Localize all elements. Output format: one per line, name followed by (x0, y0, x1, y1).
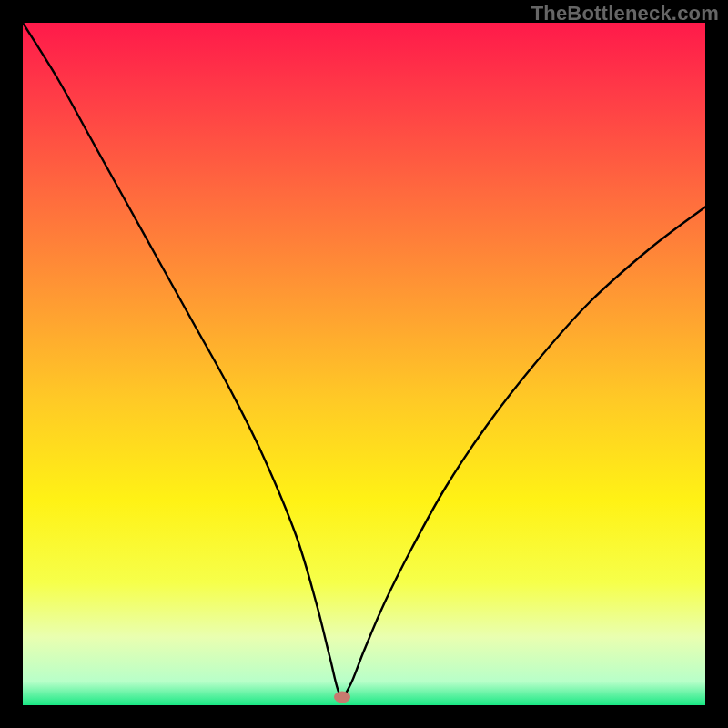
curve-layer (23, 23, 705, 705)
plot-area (23, 23, 705, 705)
bottleneck-curve (23, 23, 705, 696)
chart-frame: TheBottleneck.com (0, 0, 728, 728)
optimal-point-marker (334, 692, 350, 703)
